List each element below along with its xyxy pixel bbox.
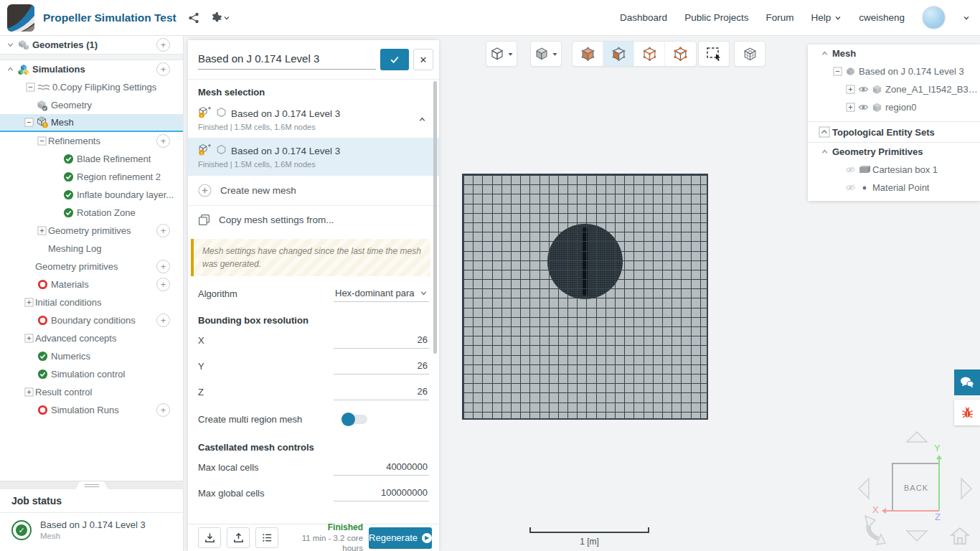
regenerate-button[interactable]: Regenerate ▶	[369, 527, 432, 549]
mesh-display-button[interactable]	[734, 41, 765, 67]
add-button[interactable]: +	[156, 403, 170, 417]
add-button[interactable]: +	[156, 260, 170, 273]
sidebar-item-simulation-control[interactable]: Simulation control	[0, 365, 183, 383]
edge-select-button[interactable]	[634, 42, 665, 66]
view-orientation-dropdown[interactable]	[486, 41, 517, 67]
sidebar-item-geometry[interactable]: Geometry	[0, 96, 183, 114]
nav-forum[interactable]: Forum	[765, 12, 793, 23]
chevron-down-icon	[420, 289, 428, 297]
sidebar-item-simulations[interactable]: Simulations+	[0, 60, 183, 78]
nav-cube-back-face[interactable]: BACK	[892, 463, 939, 511]
volume-select-icon	[580, 46, 596, 62]
rotate-left-arrow[interactable]	[857, 477, 870, 500]
render-mode-dropdown[interactable]	[530, 41, 562, 67]
nav-dashboard[interactable]: Dashboard	[620, 12, 667, 23]
rotation-zone-region[interactable]	[547, 224, 623, 299]
vertex-select-button[interactable]	[665, 42, 696, 66]
sidebar-item-meshing-log[interactable]: Meshing Log	[0, 240, 183, 258]
sidebar-item-refinements[interactable]: Refinements+	[0, 132, 183, 150]
scene-item-geometry-primitives[interactable]: Geometry Primitives	[808, 143, 980, 161]
sidebar-item-boundary-conditions[interactable]: Boundary conditions+	[0, 311, 183, 329]
sidebar-item-inflate-boundary-layer[interactable]: Inflate boundary layer...	[0, 186, 183, 204]
sidebar-item-initial-conditions[interactable]: Initial conditions	[0, 293, 183, 311]
add-button[interactable]: +	[156, 134, 170, 148]
face-select-button[interactable]	[603, 42, 634, 66]
algorithm-label: Algorithm	[198, 288, 237, 299]
max-local-cells-input[interactable]	[334, 458, 429, 476]
sidebar-item-geometry-primitives[interactable]: Geometry primitives+	[0, 222, 183, 240]
sidebar-item-blade-refinement[interactable]: Blade Refinement	[0, 150, 183, 168]
bbox-x-input[interactable]	[334, 331, 429, 349]
sidebar-item-region-refinement-2[interactable]: Region refinement 2	[0, 168, 183, 186]
visibility-eye-icon[interactable]	[857, 102, 870, 113]
avatar[interactable]	[922, 6, 946, 29]
create-new-mesh-button[interactable]: Create new mesh	[188, 175, 439, 205]
mesh-option-1[interactable]: !Based on J 0.174 Level 3Finished | 1.5M…	[188, 100, 439, 138]
add-button[interactable]: +	[156, 38, 170, 52]
add-button[interactable]: +	[156, 314, 170, 327]
visibility-eye-off-icon[interactable]	[844, 182, 857, 193]
cancel-button[interactable]: ✕	[413, 49, 433, 70]
mesh-plus-warning-icon: !	[198, 106, 212, 121]
scene-item-material-point[interactable]: Material Point	[808, 179, 980, 197]
simscale-logo[interactable]	[7, 4, 34, 32]
collapse-chevron-icon[interactable]	[418, 115, 426, 126]
multi-region-toggle[interactable]	[341, 415, 367, 424]
rotate-up-arrow[interactable]	[905, 430, 928, 443]
add-button[interactable]: +	[156, 278, 170, 291]
roll-rotate-arrow[interactable]	[859, 512, 897, 546]
nav-username[interactable]: cweisheng	[859, 12, 905, 23]
visibility-eye-off-icon[interactable]	[844, 164, 857, 175]
report-bug-button[interactable]	[954, 400, 980, 425]
sidebar-item-mesh[interactable]: !Mesh	[0, 114, 183, 132]
scene-item-topological-entity-sets[interactable]: Topological Entity Sets	[808, 122, 980, 143]
add-button[interactable]: +	[156, 62, 170, 76]
sidebar-item-rotation-zone[interactable]: Rotation Zone	[0, 204, 183, 222]
job-status-row[interactable]: ✓ Based on J 0.174 Level 3 Mesh	[0, 513, 183, 540]
max-global-cells-input[interactable]	[334, 484, 429, 501]
mesh-option-2[interactable]: !Based on J 0.174 Level 3Finished | 1.5M…	[188, 138, 439, 175]
box-icon	[857, 166, 871, 174]
nav-help-dropdown[interactable]: Help	[811, 12, 842, 23]
box-select-button[interactable]	[698, 41, 730, 67]
sidebar-item-geometry-primitives[interactable]: Geometry primitives+	[0, 258, 183, 276]
sidebar-item-0-copy-filipking-settings[interactable]: 0.Copy FilipKing Settings	[0, 78, 183, 96]
rotate-right-arrow[interactable]	[960, 477, 973, 500]
sidebar-item-materials[interactable]: Materials+	[0, 276, 183, 293]
home-view-button[interactable]	[949, 526, 971, 546]
bbox-z-input[interactable]	[334, 383, 429, 400]
volume-select-button[interactable]	[573, 42, 603, 66]
scene-item-cartesian-box-1[interactable]: Cartesian box 1	[808, 161, 980, 179]
sidebar-item-numerics[interactable]: Numerics	[0, 347, 183, 365]
download-button[interactable]	[198, 527, 221, 548]
edge-select-icon	[641, 46, 658, 62]
sidebar-item-geometries-1[interactable]: Geometries (1)+	[0, 36, 183, 54]
sidebar-item-result-control[interactable]: Result control	[0, 383, 183, 401]
rotate-down-arrow[interactable]	[905, 529, 928, 542]
visibility-eye-icon[interactable]	[857, 84, 870, 95]
mesh-preview[interactable]	[462, 174, 708, 420]
upload-button[interactable]	[227, 527, 250, 548]
mesh-name-input[interactable]	[198, 50, 376, 70]
chat-support-button[interactable]	[954, 369, 980, 395]
sidebar-item-simulation-runs[interactable]: Simulation Runs+	[0, 401, 183, 419]
panel-scrollbar[interactable]	[433, 81, 437, 354]
settings-gear-dropdown[interactable]	[211, 11, 230, 24]
copy-mesh-settings-button[interactable]: Copy mesh settings from...	[188, 205, 439, 234]
scene-item-based-on-j-0-174-level-3[interactable]: Based on J 0.174 Level 3	[808, 62, 980, 80]
sidebar-item-advanced-concepts[interactable]: Advanced concepts	[0, 329, 183, 347]
nav-public-projects[interactable]: Public Projects	[684, 12, 748, 23]
share-button[interactable]	[188, 12, 199, 24]
bbox-y-input[interactable]	[334, 357, 429, 375]
scene-item-mesh[interactable]: Mesh	[808, 44, 980, 62]
add-button[interactable]: +	[156, 224, 170, 237]
max-global-cells-field: Max global cells	[188, 480, 439, 506]
run-duration: 11 min - 3.2 core hours	[284, 533, 363, 551]
scene-item-zone-a1-i1542-b3[interactable]: Zone_A1_I1542_B3_...	[808, 80, 980, 98]
job-panel-resize-strip[interactable]	[0, 481, 184, 489]
confirm-button[interactable]	[380, 49, 409, 70]
user-menu-chevron-icon[interactable]	[963, 14, 970, 22]
event-log-button[interactable]	[255, 527, 278, 548]
algorithm-select[interactable]: Hex-dominant para	[334, 285, 429, 302]
scene-item-region0[interactable]: region0	[808, 98, 980, 116]
